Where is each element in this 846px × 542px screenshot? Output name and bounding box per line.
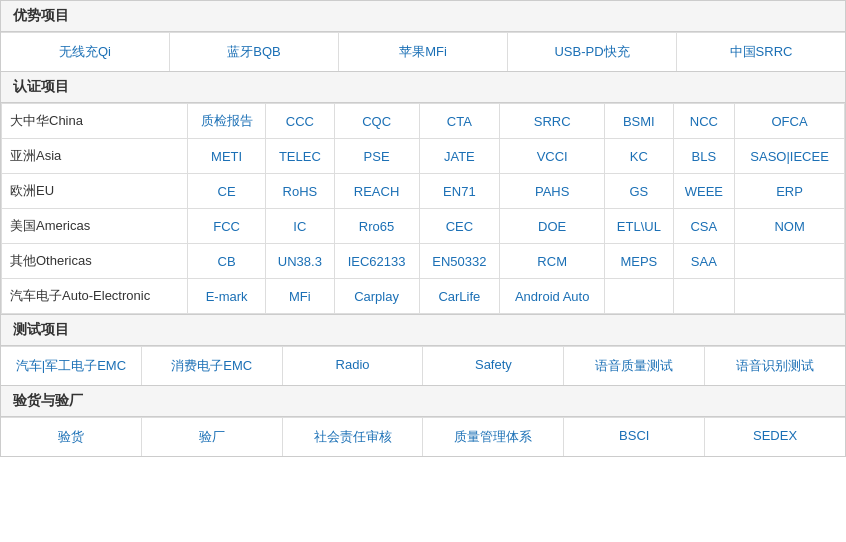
test-item[interactable]: Radio <box>283 347 424 385</box>
cert-row-label: 其他Othericas <box>2 244 188 279</box>
cert-item[interactable]: ETL\UL <box>605 209 673 244</box>
inspection-item[interactable]: BSCI <box>564 418 705 456</box>
cert-item[interactable]: IC <box>266 209 334 244</box>
certification-body: 大中华China质检报告CCCCQCCTASRRCBSMINCCOFCA亚洲As… <box>1 103 845 314</box>
cert-item[interactable]: Carplay <box>334 279 419 314</box>
cert-item[interactable]: SASO|IECEE <box>735 139 845 174</box>
inspection-section: 验货与验厂 验货验厂社会责任审核质量管理体系BSCISEDEX <box>0 386 846 457</box>
advantage-title: 优势项目 <box>1 1 845 32</box>
inspection-row: 验货验厂社会责任审核质量管理体系BSCISEDEX <box>1 417 845 456</box>
test-item[interactable]: Safety <box>423 347 564 385</box>
cert-item[interactable]: MFi <box>266 279 334 314</box>
cert-item[interactable]: CarLife <box>419 279 500 314</box>
cert-item <box>735 244 845 279</box>
advantage-item[interactable]: 苹果MFi <box>339 33 508 71</box>
inspection-item[interactable]: 质量管理体系 <box>423 418 564 456</box>
cert-item[interactable]: EN71 <box>419 174 500 209</box>
cert-item[interactable]: UN38.3 <box>266 244 334 279</box>
inspection-item[interactable]: SEDEX <box>705 418 845 456</box>
cert-item[interactable]: VCCI <box>500 139 605 174</box>
cert-item[interactable]: Android Auto <box>500 279 605 314</box>
cert-item[interactable]: Rro65 <box>334 209 419 244</box>
cert-item[interactable]: METI <box>188 139 266 174</box>
cert-row-label: 汽车电子Auto-Electronic <box>2 279 188 314</box>
certification-title: 认证项目 <box>1 72 845 103</box>
cert-row: 欧洲EUCERoHSREACHEN71PAHSGSWEEEERP <box>2 174 845 209</box>
certification-section: 认证项目 大中华China质检报告CCCCQCCTASRRCBSMINCCOFC… <box>0 72 846 315</box>
advantage-row: 无线充Qi蓝牙BQB苹果MFiUSB-PD快充中国SRRC <box>1 32 845 71</box>
testing-row: 汽车|军工电子EMC消费电子EMCRadioSafety语音质量测试语音识别测试 <box>1 346 845 385</box>
cert-row-label: 美国Americas <box>2 209 188 244</box>
cert-item[interactable]: 质检报告 <box>188 104 266 139</box>
cert-item[interactable]: NOM <box>735 209 845 244</box>
testing-section: 测试项目 汽车|军工电子EMC消费电子EMCRadioSafety语音质量测试语… <box>0 315 846 386</box>
test-item[interactable]: 语音质量测试 <box>564 347 705 385</box>
cert-row-label: 欧洲EU <box>2 174 188 209</box>
cert-row: 汽车电子Auto-ElectronicE-markMFiCarplayCarLi… <box>2 279 845 314</box>
cert-row: 亚洲AsiaMETITELECPSEJATEVCCIKCBLSSASO|IECE… <box>2 139 845 174</box>
cert-item <box>673 279 735 314</box>
inspection-title: 验货与验厂 <box>1 386 845 417</box>
cert-item[interactable]: PAHS <box>500 174 605 209</box>
cert-item[interactable]: BLS <box>673 139 735 174</box>
inspection-item[interactable]: 验货 <box>1 418 142 456</box>
inspection-item[interactable]: 验厂 <box>142 418 283 456</box>
cert-item[interactable]: DOE <box>500 209 605 244</box>
cert-item[interactable]: CCC <box>266 104 334 139</box>
cert-item[interactable]: CTA <box>419 104 500 139</box>
testing-body: 汽车|军工电子EMC消费电子EMCRadioSafety语音质量测试语音识别测试 <box>1 346 845 385</box>
cert-item[interactable]: ERP <box>735 174 845 209</box>
advantage-item[interactable]: 中国SRRC <box>677 33 845 71</box>
inspection-body: 验货验厂社会责任审核质量管理体系BSCISEDEX <box>1 417 845 456</box>
cert-item[interactable]: GS <box>605 174 673 209</box>
advantage-section: 优势项目 无线充Qi蓝牙BQB苹果MFiUSB-PD快充中国SRRC <box>0 0 846 72</box>
cert-item[interactable]: SRRC <box>500 104 605 139</box>
test-item[interactable]: 汽车|军工电子EMC <box>1 347 142 385</box>
advantage-item[interactable]: USB-PD快充 <box>508 33 677 71</box>
advantage-item[interactable]: 蓝牙BQB <box>170 33 339 71</box>
cert-item[interactable]: FCC <box>188 209 266 244</box>
certification-table: 大中华China质检报告CCCCQCCTASRRCBSMINCCOFCA亚洲As… <box>1 103 845 314</box>
advantage-item[interactable]: 无线充Qi <box>1 33 170 71</box>
advantage-body: 无线充Qi蓝牙BQB苹果MFiUSB-PD快充中国SRRC <box>1 32 845 71</box>
cert-item[interactable]: BSMI <box>605 104 673 139</box>
cert-item[interactable]: EN50332 <box>419 244 500 279</box>
cert-item[interactable]: KC <box>605 139 673 174</box>
cert-item[interactable]: CE <box>188 174 266 209</box>
cert-item[interactable]: WEEE <box>673 174 735 209</box>
cert-row: 美国AmericasFCCICRro65CECDOEETL\ULCSANOM <box>2 209 845 244</box>
cert-row: 大中华China质检报告CCCCQCCTASRRCBSMINCCOFCA <box>2 104 845 139</box>
cert-item[interactable]: IEC62133 <box>334 244 419 279</box>
cert-row-label: 大中华China <box>2 104 188 139</box>
cert-item <box>735 279 845 314</box>
cert-item[interactable]: RoHS <box>266 174 334 209</box>
cert-item[interactable]: RCM <box>500 244 605 279</box>
cert-item[interactable]: CEC <box>419 209 500 244</box>
cert-item[interactable]: CSA <box>673 209 735 244</box>
cert-item[interactable]: JATE <box>419 139 500 174</box>
cert-item[interactable]: OFCA <box>735 104 845 139</box>
inspection-item[interactable]: 社会责任审核 <box>283 418 424 456</box>
cert-item <box>605 279 673 314</box>
cert-item[interactable]: CB <box>188 244 266 279</box>
test-item[interactable]: 语音识别测试 <box>705 347 845 385</box>
cert-row-label: 亚洲Asia <box>2 139 188 174</box>
cert-item[interactable]: SAA <box>673 244 735 279</box>
cert-item[interactable]: CQC <box>334 104 419 139</box>
cert-item[interactable]: E-mark <box>188 279 266 314</box>
cert-item[interactable]: MEPS <box>605 244 673 279</box>
cert-item[interactable]: TELEC <box>266 139 334 174</box>
cert-item[interactable]: PSE <box>334 139 419 174</box>
cert-item[interactable]: NCC <box>673 104 735 139</box>
test-item[interactable]: 消费电子EMC <box>142 347 283 385</box>
cert-row: 其他OthericasCBUN38.3IEC62133EN50332RCMMEP… <box>2 244 845 279</box>
testing-title: 测试项目 <box>1 315 845 346</box>
cert-item[interactable]: REACH <box>334 174 419 209</box>
